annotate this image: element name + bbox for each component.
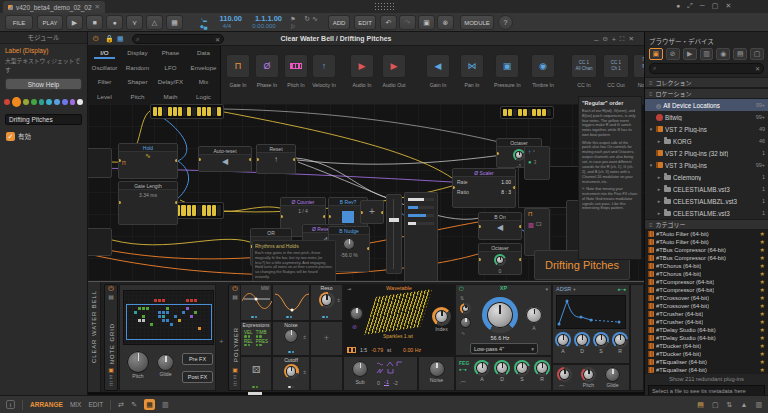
location-row[interactable]: ▸CELESTIALMB.vst31 <box>645 183 768 195</box>
favorite-star-icon[interactable]: ★ <box>760 255 765 261</box>
note-grid-pitch-knob[interactable] <box>127 351 149 373</box>
plugin-row[interactable]: #TAuto Filter (64-bit)★ <box>645 230 768 238</box>
category-tab-shaper[interactable]: Shaper <box>121 75 154 89</box>
piano-panel-icon[interactable]: ▥ <box>162 401 169 409</box>
partial-module[interactable] <box>88 148 112 178</box>
favorite-star-icon[interactable]: ★ <box>760 231 765 237</box>
grid-module-reset[interactable]: Reset↑ <box>256 144 296 174</box>
note-grid-display-icon[interactable]: ▤ <box>105 293 117 300</box>
location-row[interactable]: ▸KORG46 <box>645 135 768 147</box>
plugin-row[interactable]: #TBus Compressor (64-bit)★ <box>645 246 768 254</box>
filter-mod-knob2[interactable] <box>460 317 471 328</box>
wavetable-mod-knob[interactable] <box>350 307 363 320</box>
note-out-ports-module[interactable]: Π▥C3 <box>524 208 550 256</box>
category-tab-math[interactable]: Math <box>154 90 187 104</box>
play-icon[interactable]: ▶ <box>66 15 83 30</box>
close-editor-icon[interactable]: ✕ <box>628 35 633 43</box>
category-tab-oscillator[interactable]: Oscillator <box>88 61 121 75</box>
envelope-knob-d[interactable]: D <box>574 332 590 354</box>
display-icon[interactable]: ▦ <box>166 15 183 30</box>
grid-module-auto-reset[interactable]: Auto-reset◀ <box>198 146 252 172</box>
folder-icon[interactable]: ▤ <box>697 401 704 409</box>
module-name-input[interactable]: Drifting Pitches <box>5 114 82 125</box>
position-display[interactable]: 1.1.1.00 0:00.000 <box>246 15 282 30</box>
wavetable-freq[interactable]: 0.00 Hz <box>403 347 421 353</box>
polymer-osc2-cell[interactable] <box>272 284 310 321</box>
help-button[interactable]: ? <box>498 15 513 30</box>
category-tab-display[interactable]: Display <box>121 46 154 60</box>
favorite-star-icon[interactable]: ★ <box>760 351 765 357</box>
palette-module-timbre-in[interactable]: ◉Timbre In <box>530 54 556 88</box>
files-tab-icon[interactable]: ▢ <box>750 48 764 60</box>
grid-module-octaver-2[interactable]: Octaver0 <box>478 243 522 275</box>
section-categories[interactable]: ≡カテゴリー <box>645 219 768 230</box>
palette-module-phase-in[interactable]: ØPhase In <box>254 54 280 88</box>
delete-icon[interactable]: ⊗ <box>437 15 454 30</box>
window-expand-icon[interactable]: ⤢ <box>687 2 693 10</box>
file-menu-button[interactable]: FILE <box>5 15 33 30</box>
noise-knob[interactable] <box>284 329 298 343</box>
polymer-filter-cell[interactable]: ⏻ XP ▾ ⇅ ∿ 56.6 Hz A Low-pass 4"▾ <box>455 284 552 356</box>
category-tab-lfo[interactable]: LFO <box>154 61 187 75</box>
palette-module-gain-in[interactable]: ◀Gain In <box>425 54 451 88</box>
show-help-button[interactable]: Show Help <box>5 78 82 90</box>
location-row[interactable]: ▾VST 2 Plug-ins49 <box>645 123 768 135</box>
track-header-strip[interactable]: CLEAR WATER BELL <box>88 282 101 393</box>
palette-module-pressure-in[interactable]: ▣Pressure In <box>494 54 520 88</box>
window-maximize-icon[interactable]: ▢ <box>712 2 719 10</box>
polymer-pitch-knob[interactable] <box>581 367 596 382</box>
palette-module-audio-out[interactable]: ▶Audio Out <box>381 54 407 88</box>
bend-knob[interactable] <box>557 367 572 382</box>
step-sequencer-module[interactable] <box>150 104 224 119</box>
wavetable-route-icon[interactable]: ⇥ <box>347 286 351 292</box>
envelope-knob-s[interactable]: S <box>514 360 530 382</box>
filter-res-knob[interactable] <box>526 307 542 323</box>
category-tab-logic[interactable]: Logic <box>187 90 220 104</box>
plugin-row[interactable]: #TChorus (64-bit)★ <box>645 262 768 270</box>
favorite-star-icon[interactable]: ★ <box>760 367 765 373</box>
palette-module-note-in[interactable]: Π ▸▥ ▸↑ ▸Note In <box>633 54 644 88</box>
color-swatch[interactable] <box>70 99 76 105</box>
wavetable-ratio[interactable]: 1:5 <box>360 347 367 353</box>
sub-knob[interactable] <box>352 361 368 377</box>
branch-icon[interactable]: ⋎ <box>126 15 143 30</box>
sort-icon[interactable]: ⇅ <box>727 401 733 409</box>
favorite-star-icon[interactable]: ★ <box>760 271 765 277</box>
color-swatch[interactable] <box>46 99 52 105</box>
tempo-display[interactable]: 110.00 4/4 <box>212 15 242 30</box>
noise-stepper[interactable]: ± <box>303 334 306 340</box>
redo-icon[interactable]: ↷ <box>399 15 416 30</box>
color-swatch[interactable] <box>4 99 10 105</box>
location-row[interactable]: ▸CELESTIALMBZL.vst31 <box>645 195 768 207</box>
undo-icon[interactable]: ↶ <box>380 15 397 30</box>
category-tab-level[interactable]: Level <box>88 90 121 104</box>
envelope-knob-a[interactable]: A <box>555 332 571 354</box>
tempo-value[interactable]: 110.00 <box>212 15 242 23</box>
piano-icon[interactable]: ▥ <box>755 401 762 409</box>
polymer-osc1-cell[interactable]: MW <box>240 284 272 321</box>
cutoff-knob[interactable] <box>284 364 299 379</box>
polymer-random-cell[interactable]: ⚄ <box>240 356 272 391</box>
stop-icon[interactable]: ■ <box>86 15 103 30</box>
palette-module-gate-in[interactable]: ΠGate In <box>225 54 251 88</box>
category-tab-mix[interactable]: Mix <box>187 75 220 89</box>
filter-cutoff-knob[interactable] <box>482 297 518 333</box>
color-swatch[interactable] <box>62 99 68 105</box>
plugin-row[interactable]: #TCrossover (64-bit)★ <box>645 294 768 302</box>
plugin-row[interactable]: #TCrusher (64-bit)★ <box>645 310 768 318</box>
play-menu-button[interactable]: PLAY <box>37 15 63 30</box>
file-icon[interactable]: ▢ <box>712 401 719 409</box>
edit-view-button[interactable]: EDIT <box>88 401 103 408</box>
category-tab-envelope[interactable]: Envelope <box>187 61 220 75</box>
punch-buttons[interactable]: ⚑⚐ <box>286 15 300 31</box>
polymer-wavetable-cell[interactable]: ⇥ Wavetable ⊘ Sparkles 1.wt Index 1:5 -0… <box>343 284 455 356</box>
sub-octave--1[interactable]: -1 <box>384 379 389 386</box>
pre-fx-button[interactable]: Pre FX <box>182 353 213 365</box>
location-row[interactable]: ▸Celemony1 <box>645 171 768 183</box>
category-tab-data[interactable]: Data <box>187 46 220 60</box>
location-row[interactable]: ◎All Device Locations99+ <box>645 99 768 111</box>
note-grid-mini-display[interactable] <box>123 290 214 345</box>
sub-wave-icons[interactable] <box>376 360 404 376</box>
copy-icon[interactable]: ▣ <box>418 15 435 30</box>
favorite-star-icon[interactable]: ★ <box>760 303 765 309</box>
